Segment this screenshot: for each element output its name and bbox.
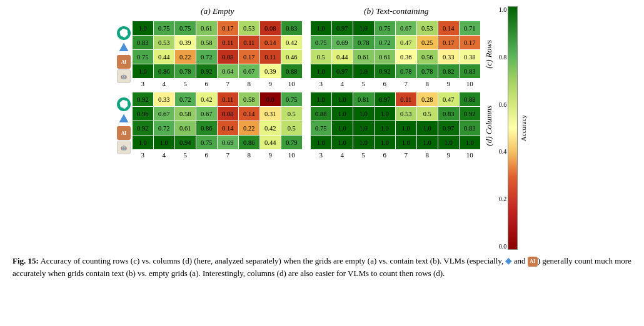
- rows-icons: AI 🤖: [117, 26, 131, 83]
- heatmap-cell: 1.0: [332, 107, 353, 121]
- x-axis-label: 6: [375, 151, 395, 159]
- heatmap-cell: 0.78: [417, 64, 438, 78]
- x-axis-label: 6: [196, 151, 217, 159]
- x-axis-label: 10: [281, 151, 302, 159]
- heatmap-cell: 0.75: [311, 36, 331, 49]
- x-axis-label: 10: [460, 151, 480, 159]
- heatmap-cell: 0.14: [438, 21, 459, 35]
- gemini-inline-icon: ◆: [505, 256, 511, 265]
- heatmap-cell: 0.38: [460, 50, 480, 64]
- heatmap-cell: 0.22: [175, 50, 196, 64]
- heatmap-cell: 0.61: [196, 21, 217, 35]
- x-axis-label: 6: [196, 80, 217, 87]
- x-axis-label: 8: [239, 151, 259, 159]
- cb-label-4: 0.4: [499, 148, 507, 155]
- heatmap-cell: 0.44: [260, 136, 281, 149]
- heatmap-cell: 0.75: [281, 92, 302, 106]
- x-axis-label: 8: [417, 80, 438, 87]
- heatmap-cell: 0.42: [196, 92, 217, 106]
- heatmap-cell: 0.75: [375, 21, 395, 35]
- heatmap-cell: 0.33: [438, 50, 459, 64]
- accuracy-label: Accuracy: [520, 115, 527, 141]
- title-a: (a) Empty: [133, 6, 303, 16]
- heatmap-cell: 0.42: [260, 121, 281, 135]
- x-axis-label: 3: [311, 80, 331, 87]
- heatmap-cell: 0.56: [417, 50, 438, 64]
- cb-label-3: 0.6: [499, 101, 507, 108]
- x-axis-label: 7: [218, 80, 238, 87]
- heatmap-cell: 1.0: [396, 136, 416, 149]
- heatmap-cell: 0.86: [239, 136, 259, 149]
- heatmap-cell: 0.75: [154, 21, 174, 35]
- caption: Fig. 15: Accuracy of counting rows (c) v…: [13, 255, 631, 279]
- heatmap-cell: 1.0: [332, 121, 353, 135]
- heatmap-cell: 1.0: [353, 21, 374, 35]
- x-axis-label: 10: [281, 80, 302, 87]
- heatmap-cell: 0.14: [260, 36, 281, 49]
- heatmap-cell: 0.67: [196, 107, 217, 121]
- cb-label-1: 1.0: [499, 6, 507, 13]
- x-axis-label: 10: [460, 80, 480, 87]
- heatmap-cell: 0.5: [281, 121, 302, 135]
- heatmap-cell: 0.31: [260, 107, 281, 121]
- heatmap-cell: 1.0: [133, 64, 153, 78]
- heatmap-cell: 0.92: [133, 121, 153, 135]
- heatmap-cell: 1.0: [417, 136, 438, 149]
- heatmap-cell: 0.88: [281, 64, 302, 78]
- heatmap-cell: 0.22: [239, 121, 259, 135]
- heatmap-cell: 1.0: [353, 121, 374, 135]
- heatmap-cell: 0.33: [154, 92, 174, 106]
- heatmap-cell: 0.17: [239, 50, 259, 64]
- colorbar: [508, 6, 518, 250]
- heatmap-cell: 0.86: [154, 64, 174, 78]
- x-axis-label: 8: [239, 80, 259, 87]
- heatmap-cell: 0.11: [218, 92, 238, 106]
- heatmap-cell: 0.61: [175, 121, 196, 135]
- heatmap-cell: 0.61: [353, 50, 374, 64]
- heatmap-cell: 0.25: [417, 36, 438, 49]
- heatmap-cell: 0.53: [417, 21, 438, 35]
- heatmap-cell: 1.0: [353, 136, 374, 149]
- heatmap-cell: 1.0: [375, 136, 395, 149]
- heatmap-cell: 0.72: [154, 121, 174, 135]
- heatmap-cell: 0.44: [332, 50, 353, 64]
- panels-container: (a) Empty (b) Text-containing AI 🤖 1.00.…: [117, 6, 494, 250]
- cols-two-grids: 0.920.330.720.420.110.580.00.750.960.670…: [133, 92, 480, 159]
- other-icon-rows: 🤖: [117, 69, 131, 83]
- x-axis-label: 9: [438, 151, 459, 159]
- heatmap-cell: 0.97: [375, 92, 395, 106]
- heatmap-cell: 0.11: [260, 50, 281, 64]
- heatmap-cell: 0.58: [239, 92, 259, 106]
- x-axis-label: 9: [260, 80, 281, 87]
- heatmap-cell: 0.47: [396, 36, 416, 49]
- heatmap-cell: 1.0: [311, 21, 331, 35]
- x-axis-label: 9: [438, 80, 459, 87]
- col-icons: AI 🤖: [117, 97, 131, 154]
- cols-text-grid: 1.01.00.810.970.110.280.470.880.881.01.0…: [311, 92, 480, 159]
- heatmap-cell: 0.39: [260, 64, 281, 78]
- heatmap-cell: 0.17: [460, 36, 480, 49]
- heatmap-cell: 1.0: [353, 107, 374, 121]
- main-container: (a) Empty (b) Text-containing AI 🤖 1.00.…: [13, 6, 631, 279]
- heatmap-cell: 1.0: [417, 121, 438, 135]
- svg-marker-0: [119, 43, 128, 52]
- heatmap-cell: 0.69: [218, 136, 238, 149]
- claude-inline-icon: AI: [528, 257, 538, 267]
- heatmap-cell: 1.0: [311, 92, 331, 106]
- heatmap-cell: 0.92: [460, 107, 480, 121]
- x-axis-label: 7: [218, 151, 238, 159]
- x-axis-label: 4: [154, 151, 174, 159]
- heatmap-cell: 0.78: [353, 36, 374, 49]
- heatmap-cell: 0.69: [332, 36, 353, 49]
- heatmap-cell: 0.5: [311, 50, 331, 64]
- heatmap-cell: 0.61: [375, 50, 395, 64]
- x-axis-label: 3: [133, 151, 153, 159]
- heatmap-cell: 0.58: [175, 107, 196, 121]
- x-axis-label: 5: [175, 151, 196, 159]
- heatmap-cell: 0.17: [438, 36, 459, 49]
- heatmap-cell: 0.11: [239, 36, 259, 49]
- heatmap-cell: 0.28: [417, 92, 438, 106]
- heatmap-cell: 1.0: [375, 107, 395, 121]
- x-axis-label: 9: [260, 151, 281, 159]
- heatmap-cell: 1.0: [154, 136, 174, 149]
